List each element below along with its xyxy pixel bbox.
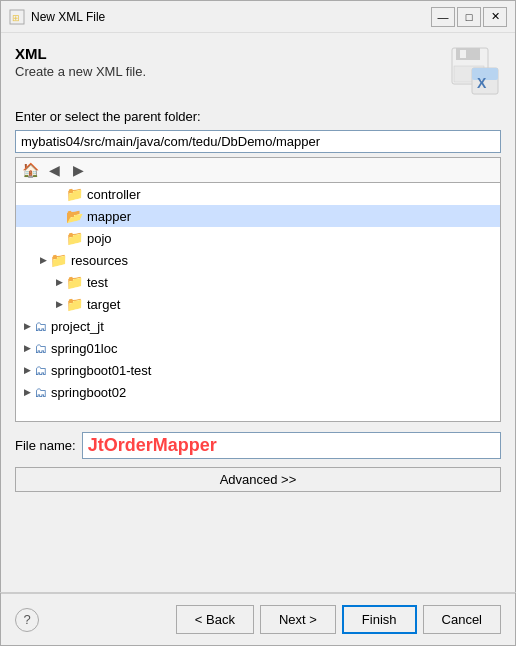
window-icon: ⊞: [9, 9, 25, 25]
xml-file-icon: X: [449, 45, 501, 97]
list-item[interactable]: ▶ 🗂 spring01loc: [16, 337, 500, 359]
toggle-icon[interactable]: ▶: [20, 363, 34, 377]
folder-icon: 📁: [50, 252, 67, 268]
list-item[interactable]: ▶ 📁 resources: [16, 249, 500, 271]
project-icon: 🗂: [34, 341, 47, 356]
folder-open-icon: 📂: [66, 208, 83, 224]
close-button[interactable]: ✕: [483, 7, 507, 27]
list-item[interactable]: 📂 mapper: [16, 205, 500, 227]
footer: ? < Back Next > Finish Cancel: [1, 593, 515, 645]
folder-icon: 📁: [66, 230, 83, 246]
list-item[interactable]: ▶ 📁 test: [16, 271, 500, 293]
header-text: XML Create a new XML file.: [15, 45, 449, 79]
svg-rect-4: [460, 50, 466, 58]
maximize-button[interactable]: □: [457, 7, 481, 27]
list-item[interactable]: ▶ 🗂 springboot01-test: [16, 359, 500, 381]
list-item[interactable]: ▶ 🗂 springboot02: [16, 381, 500, 403]
toggle-icon: [52, 209, 66, 223]
svg-rect-3: [456, 48, 480, 60]
forward-nav-button[interactable]: ▶: [68, 161, 88, 179]
toggle-icon[interactable]: ▶: [20, 319, 34, 333]
project-icon: 🗂: [34, 363, 47, 378]
path-input[interactable]: [15, 130, 501, 153]
finish-button[interactable]: Finish: [342, 605, 417, 634]
back-button[interactable]: < Back: [176, 605, 254, 634]
filename-label: File name:: [15, 438, 76, 453]
list-item[interactable]: 📁 controller: [16, 183, 500, 205]
folder-label: Enter or select the parent folder:: [15, 109, 501, 124]
dialog-content: XML Create a new XML file. X Enter or se…: [1, 33, 515, 592]
filename-section: File name:: [15, 432, 501, 459]
toggle-icon[interactable]: ▶: [52, 275, 66, 289]
toggle-icon: [52, 187, 66, 201]
filename-input[interactable]: [82, 432, 501, 459]
header-subtitle: Create a new XML file.: [15, 64, 449, 79]
minimize-button[interactable]: —: [431, 7, 455, 27]
toggle-icon: [52, 231, 66, 245]
project-icon: 🗂: [34, 319, 47, 334]
help-button[interactable]: ?: [15, 608, 39, 632]
toggle-icon[interactable]: ▶: [52, 297, 66, 311]
folder-icon: 📁: [66, 186, 83, 202]
header-title: XML: [15, 45, 449, 62]
home-button[interactable]: 🏠: [20, 161, 40, 179]
folder-icon: 📁: [66, 274, 83, 290]
toggle-icon[interactable]: ▶: [36, 253, 50, 267]
main-window: ⊞ New XML File — □ ✕ XML Create a new XM…: [0, 0, 516, 646]
window-title: New XML File: [31, 10, 431, 24]
svg-text:⊞: ⊞: [12, 13, 20, 23]
tree-toolbar: 🏠 ◀ ▶: [15, 157, 501, 182]
file-tree[interactable]: 📁 controller 📂 mapper 📁 pojo: [15, 182, 501, 422]
back-nav-button[interactable]: ◀: [44, 161, 64, 179]
toggle-icon[interactable]: ▶: [20, 341, 34, 355]
list-item[interactable]: 📁 pojo: [16, 227, 500, 249]
toggle-icon[interactable]: ▶: [20, 385, 34, 399]
cancel-button[interactable]: Cancel: [423, 605, 501, 634]
advanced-button[interactable]: Advanced >>: [15, 467, 501, 492]
header-section: XML Create a new XML file. X: [15, 45, 501, 97]
title-bar: ⊞ New XML File — □ ✕: [1, 1, 515, 33]
folder-icon: 📁: [66, 296, 83, 312]
list-item[interactable]: ▶ 🗂 project_jt: [16, 315, 500, 337]
window-controls: — □ ✕: [431, 7, 507, 27]
footer-buttons: < Back Next > Finish Cancel: [176, 605, 501, 634]
project-icon: 🗂: [34, 385, 47, 400]
svg-text:X: X: [477, 75, 487, 91]
list-item[interactable]: ▶ 📁 target: [16, 293, 500, 315]
next-button[interactable]: Next >: [260, 605, 336, 634]
